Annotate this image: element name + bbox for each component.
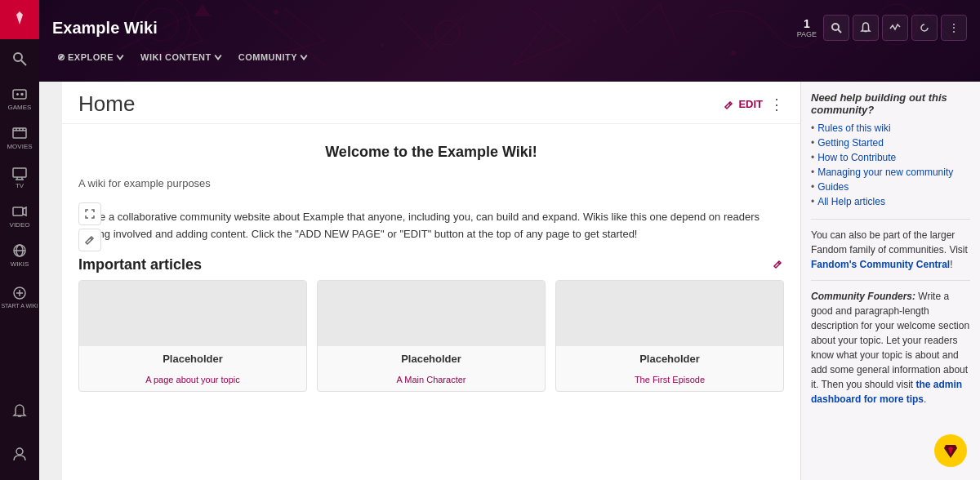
help-title: Need help building out this community?: [811, 91, 970, 116]
sidebar-item-movies[interactable]: MOVIES: [0, 118, 39, 157]
nav-item-community[interactable]: COMMUNITY: [234, 49, 313, 65]
help-link-contribute[interactable]: How to Contribute: [811, 152, 970, 163]
top-banner: Example Wiki 1 PAGE: [39, 0, 980, 82]
nav-item-wiki-content[interactable]: WIKI CONTENT: [136, 49, 227, 65]
placeholder-card-3[interactable]: Placeholder The First Episode: [555, 280, 784, 392]
welcome-heading: Welcome to the Example Wiki!: [78, 144, 784, 161]
card-subtitle-3[interactable]: The First Episode: [628, 371, 711, 391]
card-image-2: [318, 281, 545, 346]
page-count-badge: 1 PAGE: [797, 17, 817, 38]
placeholder-cards: Placeholder A page about your topic Plac…: [78, 280, 784, 392]
float-buttons: [78, 202, 101, 251]
svg-rect-11: [13, 168, 26, 177]
svg-point-35: [832, 24, 839, 30]
sidebar-divider-1: [811, 219, 970, 220]
card-label-3: Placeholder: [633, 346, 706, 371]
community-label: COMMUNITY: [238, 52, 297, 62]
fandom-logo[interactable]: [0, 0, 39, 39]
wiki-title: Example Wiki: [52, 19, 158, 38]
notifications-button[interactable]: [853, 15, 879, 41]
sidebar-item-video[interactable]: VIDEO: [0, 196, 39, 235]
svg-point-5: [21, 93, 23, 95]
sidebar-item-games-label: GAMES: [8, 104, 32, 111]
sidebar-item-start-wiki[interactable]: START A WIKI: [0, 278, 39, 317]
getting-started-link[interactable]: Getting Started: [817, 137, 884, 149]
founders-body: Write a good and paragraph-length descri…: [811, 291, 969, 390]
help-link-all[interactable]: All Help articles: [811, 196, 970, 207]
sidebar-bottom: [0, 392, 39, 480]
founders-text: Community Founders: Write a good and par…: [811, 289, 970, 407]
help-link-managing[interactable]: Managing your new community: [811, 167, 970, 178]
all-help-link[interactable]: All Help articles: [817, 196, 885, 207]
sidebar-divider-2: [811, 280, 970, 281]
article-title: Home: [78, 91, 135, 117]
important-articles-section: Important articles: [78, 256, 784, 273]
banner-nav: EXPLORE WIKI CONTENT COMMUNITY: [39, 46, 980, 69]
founders-end: .: [924, 393, 926, 405]
help-link-getting-started[interactable]: Getting Started: [811, 137, 970, 149]
banner-content: Example Wiki 1 PAGE: [39, 0, 980, 82]
community-central-link[interactable]: Fandom's Community Central: [811, 259, 950, 270]
svg-point-24: [16, 448, 23, 455]
card-image-3: [556, 281, 783, 346]
search-button[interactable]: [823, 15, 849, 41]
rules-link[interactable]: Rules of this wiki: [817, 122, 890, 134]
card-subtitle-2[interactable]: A Main Character: [390, 371, 473, 391]
contribute-link[interactable]: How to Contribute: [817, 152, 896, 163]
page-count-number: 1: [804, 17, 810, 30]
edit-label: EDIT: [738, 98, 763, 110]
fandom-community-text: You can also be part of the larger Fando…: [811, 228, 970, 272]
help-links-list: Rules of this wiki Getting Started How t…: [811, 122, 970, 207]
fandom-text-1: You can also be part of the larger Fando…: [811, 229, 968, 256]
article-actions: EDIT ⋮: [724, 96, 784, 113]
article-body: Welcome to the Example Wiki! A wiki for …: [62, 124, 800, 405]
explore-label: EXPLORE: [68, 52, 114, 62]
article-header: Home EDIT ⋮: [62, 82, 800, 124]
svg-point-0: [14, 53, 22, 61]
sidebar-item-tv-label: TV: [16, 182, 24, 189]
sidebar-item-movies-label: MOVIES: [7, 143, 32, 150]
user-avatar[interactable]: [0, 434, 39, 473]
notifications-icon[interactable]: [0, 392, 39, 431]
wiki-content-label: WIKI CONTENT: [140, 52, 212, 62]
sidebar-item-games[interactable]: GAMES: [0, 78, 39, 118]
sidebar-item-tv[interactable]: TV: [0, 157, 39, 196]
page-label: PAGE: [797, 30, 817, 38]
sidebar-item-wikis-label: WIKIS: [11, 260, 29, 268]
banner-top: Example Wiki 1 PAGE: [39, 0, 980, 46]
placeholder-card-1[interactable]: Placeholder A page about your topic: [78, 280, 307, 392]
nav-item-explore[interactable]: EXPLORE: [52, 49, 129, 65]
pencil-button[interactable]: [78, 229, 101, 251]
help-link-rules[interactable]: Rules of this wiki: [811, 122, 970, 134]
svg-rect-2: [13, 90, 26, 99]
right-sidebar: Need help building out this community? R…: [800, 82, 980, 480]
fandom-text-2: !: [950, 259, 952, 270]
wiki-body-text: We're a collaborative community website …: [78, 209, 784, 243]
activity-button[interactable]: [882, 15, 908, 41]
article-more-button[interactable]: ⋮: [769, 96, 784, 113]
sidebar-item-wikis[interactable]: WIKIS: [0, 235, 39, 274]
content-wrapper: Home EDIT ⋮ Welcome to the Example Wiki!…: [39, 82, 980, 480]
banner-right: 1 PAGE: [797, 15, 967, 41]
card-label-1: Placeholder: [156, 346, 229, 371]
expand-button[interactable]: [78, 202, 101, 225]
help-link-guides[interactable]: Guides: [811, 181, 970, 193]
section-edit-icon[interactable]: [773, 258, 784, 272]
card-image-1: [79, 281, 306, 346]
placeholder-card-2[interactable]: Placeholder A Main Character: [317, 280, 546, 392]
important-articles-label: Important articles: [78, 256, 202, 273]
more-options-button[interactable]: ⋮: [941, 15, 967, 41]
guides-link[interactable]: Guides: [817, 181, 849, 193]
main-area: Example Wiki 1 PAGE: [39, 0, 980, 480]
sidebar-item-video-label: VIDEO: [10, 221, 30, 229]
theme-button[interactable]: [911, 15, 938, 41]
edit-button[interactable]: EDIT: [724, 98, 763, 110]
svg-marker-16: [23, 207, 26, 216]
card-subtitle-1[interactable]: A page about your topic: [139, 371, 247, 391]
sidebar-item-start-wiki-label: START A WIKI: [1, 303, 38, 309]
sidebar-item-search[interactable]: [0, 39, 39, 78]
fandom-fab-button[interactable]: [934, 434, 967, 467]
svg-line-36: [838, 29, 841, 33]
managing-link[interactable]: Managing your new community: [817, 167, 953, 178]
left-sidebar: GAMES MOVIES TV VIDEO: [0, 0, 39, 480]
